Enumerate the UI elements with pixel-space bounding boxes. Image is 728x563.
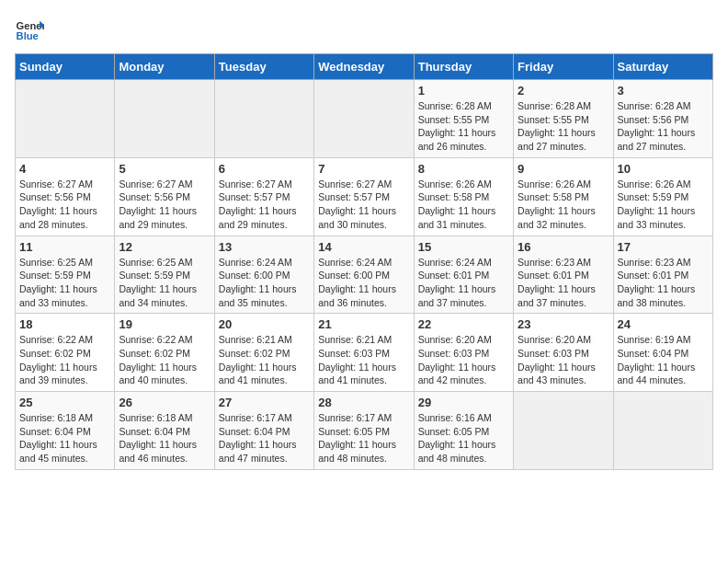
day-info: Sunrise: 6:27 AM Sunset: 5:56 PM Dayligh…	[119, 178, 210, 232]
day-info: Sunrise: 6:17 AM Sunset: 6:05 PM Dayligh…	[318, 411, 409, 465]
day-info: Sunrise: 6:25 AM Sunset: 5:59 PM Dayligh…	[119, 256, 210, 310]
day-number: 22	[418, 317, 509, 331]
day-number: 21	[318, 317, 409, 331]
calendar-cell: 10Sunrise: 6:26 AM Sunset: 5:59 PM Dayli…	[613, 157, 712, 236]
day-number: 24	[618, 317, 709, 331]
calendar-cell: 9Sunrise: 6:26 AM Sunset: 5:58 PM Daylig…	[514, 157, 613, 236]
day-number: 1	[418, 84, 509, 98]
calendar-cell: 16Sunrise: 6:23 AM Sunset: 6:01 PM Dayli…	[514, 236, 613, 314]
day-header-monday: Monday	[115, 54, 214, 80]
calendar-cell: 5Sunrise: 6:27 AM Sunset: 5:56 PM Daylig…	[115, 157, 214, 236]
day-number: 9	[518, 162, 609, 176]
day-header-thursday: Thursday	[414, 54, 513, 80]
day-info: Sunrise: 6:21 AM Sunset: 6:03 PM Dayligh…	[318, 333, 409, 387]
day-number: 27	[219, 396, 310, 409]
day-info: Sunrise: 6:28 AM Sunset: 5:55 PM Dayligh…	[518, 99, 609, 154]
day-number: 10	[618, 162, 709, 176]
calendar-cell: 23Sunrise: 6:20 AM Sunset: 6:03 PM Dayli…	[514, 314, 613, 392]
calendar-cell: 27Sunrise: 6:17 AM Sunset: 6:04 PM Dayli…	[214, 392, 313, 470]
calendar-cell: 17Sunrise: 6:23 AM Sunset: 6:01 PM Dayli…	[613, 236, 712, 314]
day-number: 12	[119, 240, 210, 254]
calendar-cell: 21Sunrise: 6:21 AM Sunset: 6:03 PM Dayli…	[314, 314, 414, 392]
day-number: 3	[618, 84, 709, 98]
day-info: Sunrise: 6:22 AM Sunset: 6:02 PM Dayligh…	[119, 333, 210, 387]
calendar-cell: 11Sunrise: 6:25 AM Sunset: 5:59 PM Dayli…	[16, 236, 115, 314]
day-info: Sunrise: 6:16 AM Sunset: 6:05 PM Dayligh…	[418, 411, 509, 465]
day-number: 11	[19, 240, 110, 254]
day-number: 19	[119, 317, 210, 331]
day-header-wednesday: Wednesday	[314, 54, 414, 80]
calendar-cell	[214, 80, 313, 158]
day-number: 23	[518, 317, 609, 331]
calendar-week-row: 1Sunrise: 6:28 AM Sunset: 5:55 PM Daylig…	[16, 80, 713, 158]
day-info: Sunrise: 6:17 AM Sunset: 6:04 PM Dayligh…	[219, 411, 310, 465]
day-number: 18	[19, 317, 110, 331]
day-info: Sunrise: 6:19 AM Sunset: 6:04 PM Dayligh…	[618, 333, 709, 387]
day-number: 2	[518, 84, 609, 98]
calendar-cell: 14Sunrise: 6:24 AM Sunset: 6:00 PM Dayli…	[314, 236, 414, 314]
calendar-cell: 24Sunrise: 6:19 AM Sunset: 6:04 PM Dayli…	[613, 314, 712, 392]
day-number: 16	[518, 240, 609, 254]
day-info: Sunrise: 6:18 AM Sunset: 6:04 PM Dayligh…	[19, 411, 110, 465]
day-header-saturday: Saturday	[613, 54, 712, 80]
day-info: Sunrise: 6:26 AM Sunset: 5:58 PM Dayligh…	[418, 178, 509, 232]
calendar-week-row: 4Sunrise: 6:27 AM Sunset: 5:56 PM Daylig…	[16, 157, 713, 236]
page-header: General Blue	[15, 15, 713, 44]
day-info: Sunrise: 6:24 AM Sunset: 6:00 PM Dayligh…	[318, 256, 409, 310]
day-number: 26	[119, 396, 210, 409]
calendar-cell: 19Sunrise: 6:22 AM Sunset: 6:02 PM Dayli…	[115, 314, 214, 392]
calendar-cell: 13Sunrise: 6:24 AM Sunset: 6:00 PM Dayli…	[214, 236, 313, 314]
day-number: 7	[318, 162, 409, 176]
calendar-cell: 29Sunrise: 6:16 AM Sunset: 6:05 PM Dayli…	[414, 392, 513, 470]
day-info: Sunrise: 6:21 AM Sunset: 6:02 PM Dayligh…	[219, 333, 310, 387]
day-info: Sunrise: 6:26 AM Sunset: 5:59 PM Dayligh…	[618, 178, 709, 232]
day-number: 13	[219, 240, 310, 254]
day-number: 20	[219, 317, 310, 331]
logo: General Blue	[15, 15, 44, 44]
calendar-cell	[115, 80, 214, 158]
day-header-friday: Friday	[514, 54, 613, 80]
calendar-cell	[514, 392, 613, 470]
calendar-cell: 25Sunrise: 6:18 AM Sunset: 6:04 PM Dayli…	[16, 392, 115, 470]
day-info: Sunrise: 6:18 AM Sunset: 6:04 PM Dayligh…	[119, 411, 210, 465]
calendar-cell: 26Sunrise: 6:18 AM Sunset: 6:04 PM Dayli…	[115, 392, 214, 470]
calendar-cell	[314, 80, 414, 158]
calendar-cell: 2Sunrise: 6:28 AM Sunset: 5:55 PM Daylig…	[514, 80, 613, 158]
calendar-cell: 22Sunrise: 6:20 AM Sunset: 6:03 PM Dayli…	[414, 314, 513, 392]
logo-icon: General Blue	[15, 15, 44, 44]
calendar-cell: 4Sunrise: 6:27 AM Sunset: 5:56 PM Daylig…	[16, 157, 115, 236]
calendar-cell: 18Sunrise: 6:22 AM Sunset: 6:02 PM Dayli…	[16, 314, 115, 392]
day-header-tuesday: Tuesday	[214, 54, 313, 80]
calendar-table: SundayMondayTuesdayWednesdayThursdayFrid…	[15, 53, 713, 470]
day-number: 29	[418, 396, 509, 409]
calendar-week-row: 25Sunrise: 6:18 AM Sunset: 6:04 PM Dayli…	[16, 392, 713, 470]
calendar-week-row: 11Sunrise: 6:25 AM Sunset: 5:59 PM Dayli…	[16, 236, 713, 314]
calendar-cell: 12Sunrise: 6:25 AM Sunset: 5:59 PM Dayli…	[115, 236, 214, 314]
calendar-cell: 3Sunrise: 6:28 AM Sunset: 5:56 PM Daylig…	[613, 80, 712, 158]
day-number: 4	[19, 162, 110, 176]
day-number: 8	[418, 162, 509, 176]
day-number: 25	[19, 396, 110, 409]
day-number: 5	[119, 162, 210, 176]
day-info: Sunrise: 6:22 AM Sunset: 6:02 PM Dayligh…	[19, 333, 110, 387]
day-info: Sunrise: 6:24 AM Sunset: 6:01 PM Dayligh…	[418, 256, 509, 310]
day-number: 28	[318, 396, 409, 409]
calendar-cell	[16, 80, 115, 158]
calendar-cell: 28Sunrise: 6:17 AM Sunset: 6:05 PM Dayli…	[314, 392, 414, 470]
day-info: Sunrise: 6:20 AM Sunset: 6:03 PM Dayligh…	[418, 333, 509, 387]
day-info: Sunrise: 6:28 AM Sunset: 5:56 PM Dayligh…	[618, 99, 709, 154]
day-info: Sunrise: 6:27 AM Sunset: 5:56 PM Dayligh…	[19, 178, 110, 232]
day-info: Sunrise: 6:28 AM Sunset: 5:55 PM Dayligh…	[418, 99, 509, 154]
calendar-header-row: SundayMondayTuesdayWednesdayThursdayFrid…	[16, 54, 713, 80]
day-header-sunday: Sunday	[16, 54, 115, 80]
day-number: 15	[418, 240, 509, 254]
calendar-cell: 6Sunrise: 6:27 AM Sunset: 5:57 PM Daylig…	[214, 157, 313, 236]
svg-text:Blue: Blue	[17, 30, 39, 41]
calendar-cell	[613, 392, 712, 470]
day-info: Sunrise: 6:23 AM Sunset: 6:01 PM Dayligh…	[618, 256, 709, 310]
calendar-cell: 7Sunrise: 6:27 AM Sunset: 5:57 PM Daylig…	[314, 157, 414, 236]
calendar-cell: 8Sunrise: 6:26 AM Sunset: 5:58 PM Daylig…	[414, 157, 513, 236]
calendar-week-row: 18Sunrise: 6:22 AM Sunset: 6:02 PM Dayli…	[16, 314, 713, 392]
day-info: Sunrise: 6:20 AM Sunset: 6:03 PM Dayligh…	[518, 333, 609, 387]
day-info: Sunrise: 6:25 AM Sunset: 5:59 PM Dayligh…	[19, 256, 110, 310]
